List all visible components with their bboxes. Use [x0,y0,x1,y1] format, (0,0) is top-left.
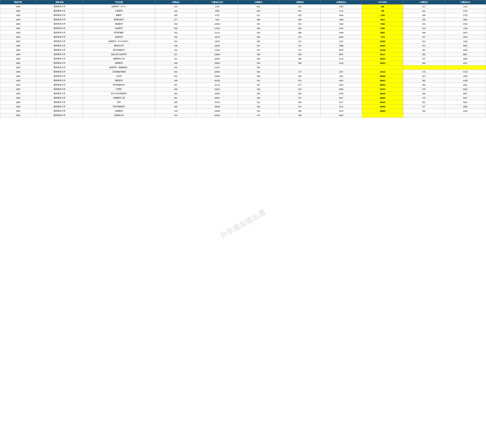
cell-s23min: 532 [155,48,196,52]
cell-s23min: 559 [155,22,196,26]
cell-s22min: 600 [279,26,321,31]
table-row: 0365重庆医科大学临床医学55811032630600224487886141… [0,26,486,31]
cell-s22maxrank: 5581 [445,44,486,48]
cell-s23minrank: 25264 [197,57,238,61]
cell-s22minrank: 1741 [321,9,362,13]
cell-s22max: 565 [403,52,445,57]
cell-s22max: 577 [403,57,445,61]
cell-s23minrank: 4752 [197,13,238,17]
cell-s22minrank: 3046 [321,13,362,17]
cell-school: 重庆医科大学 [36,9,83,13]
cell-s23minrank: 22884 [197,52,238,57]
cell-s23min: 577 [155,17,196,22]
cell-s22max: 613 [403,9,445,13]
cell-s22maxrank: 2565 [445,74,486,79]
cell-s22max: 577 [403,104,445,109]
cell-change: 24143 [362,70,403,74]
cell-s22maxrank: 4920 [445,35,486,39]
cell-s23max: 580 [238,35,279,39]
cell-code: 0365 [0,31,36,35]
cell-s23min: 509 [155,61,196,65]
header-row: 院校代码 院校名称 专业名称 23最低分 23最低分位次 23最高分 22最低分… [0,0,486,5]
cell-s22maxrank: 4840 [445,57,486,61]
cell-change: 8788 [362,26,403,31]
table-row: 0365重庆医科大学智能医学工程511252645865696110191545… [0,57,486,61]
header-s22minrank: 22最低位次 [321,0,362,5]
table-row: 0365重庆医科大学食品卫生与营养学5172288454656568671601… [0,52,486,57]
cell-s23minrank: 14376 [197,39,238,44]
cell-s23minrank: 29349 [197,74,238,79]
cell-s23min: 493 [155,91,196,96]
cell-s23min: 496 [155,87,196,91]
cell-major: 护理学 [83,87,155,91]
cell-s23max: 611 [238,13,279,17]
cell-s23max: 588 [238,17,279,22]
cell-school: 重庆医科大学 [36,83,83,87]
cell-s22maxrank: 1116 [445,5,486,9]
cell-s23min: 497 [155,83,196,87]
cell-s22max: 566 [403,91,445,96]
cell-s23minrank: 39699 [197,104,238,109]
cell-code: 0365 [0,74,36,79]
cell-s22max [403,113,445,118]
cell-s22max: 573 [403,96,445,100]
cell-major: 应用统计学 [83,113,155,118]
cell-s23max: 536 [238,61,279,65]
cell-major: 医学影像学 [83,31,155,35]
cell-change: 30305 [362,100,403,104]
table-body: 0365重庆医科大学临床医学（5+3）630153664461413002366… [0,5,486,118]
cell-s23min: 476 [155,109,196,113]
cell-s22minrank: 4543 [321,79,362,83]
cell-school: 重庆医科大学 [36,65,83,70]
cell-major: 精神医学 [83,61,155,65]
cell-s22min: 588 [279,17,321,22]
cell-s22max: 581 [403,48,445,52]
cell-s22max: 614 [403,26,445,31]
cell-s23minrank: 30235 [197,79,238,83]
cell-s22minrank: 6717 [321,100,362,104]
cell-s23max: 569 [238,74,279,79]
cell-school: 重庆医科大学 [36,96,83,100]
cell-s23max: 505 [238,65,279,70]
table-row: 0365重庆医科大学药物制剂47641859529568637435485582… [0,109,486,113]
cell-change: 798 [362,9,403,13]
cell-code: 0365 [0,5,36,9]
cell-s22minrank: 3168 [321,22,362,26]
header-s23minrank: 23最低分位次 [197,0,238,5]
cell-code: 0365 [0,79,36,83]
cell-s22minrank: 5598 [321,44,362,48]
cell-s23max: 644 [238,5,279,9]
cell-s23max: 586 [238,57,279,61]
cell-major: 基础医学 [83,22,155,26]
cell-code: 0365 [0,109,36,113]
cell-s23max: 547 [238,44,279,48]
cell-s23min: 505 [155,65,196,70]
cell-code: 0365 [0,87,36,91]
cell-s23min: 480 [155,104,196,109]
cell-s22min: 607 [279,9,321,13]
cell-s22min: 569 [279,61,321,65]
cell-s23max: 474 [238,113,279,118]
cell-s23max: 567 [238,22,279,26]
cell-s22maxrank: 4866 [445,104,486,109]
table-row: 0365重庆医科大学儿科学501293495695903281260685972… [0,74,486,79]
table-row: 0365重庆医科大学口腔医学61625396206071741798613137… [0,9,486,13]
cell-s22maxrank: 4226 [445,109,486,113]
cell-s23max: 546 [238,52,279,57]
cell-code: 0365 [0,13,36,17]
cell-code: 0365 [0,61,36,65]
table-row: 0365重庆医科大学基础医学55910816567591316876485913… [0,22,486,26]
cell-s22min: 566 [279,113,321,118]
cell-s22min: 568 [279,109,321,113]
cell-s22max: 595 [403,13,445,17]
table-row: 0365重庆医科大学药学4853702254256667173030558142… [0,100,486,104]
cell-s22minrank: 6110 [321,57,362,61]
table-row: 0365重庆医科大学医学影像学5531211355658834598654596… [0,31,486,35]
cell-school: 重庆医科大学 [36,48,83,52]
cell-s22maxrank: 4198 [445,79,486,83]
cell-s22min: 572 [279,44,321,48]
cell-s22min: 566 [279,100,321,104]
cell-code: 0365 [0,44,36,48]
cell-s23minrank: 16061 [197,44,238,48]
cell-s23min: 511 [155,57,196,61]
